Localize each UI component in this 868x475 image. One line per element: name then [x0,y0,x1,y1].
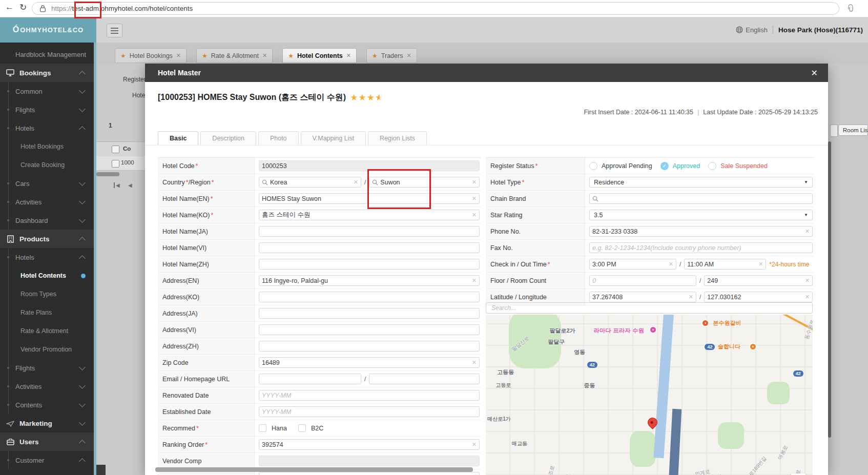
sidebar-item-room-types[interactable]: Room Types [0,285,94,303]
browser-refresh-icon[interactable]: ↻ [19,2,27,13]
address-bar[interactable]: https://test-adm.ohmyhotel.com/hotel/con… [32,2,839,15]
hotel-name-vi-input[interactable] [262,244,477,252]
form-horizontal-scrollbar[interactable] [155,467,473,472]
floor-room-count-input[interactable] [707,277,802,284]
horizontal-scrollbar[interactable] [96,172,119,176]
star-rating-select[interactable]: 3.5▼ [589,210,813,220]
modal-tab-v-mapping-list[interactable]: V.Mapping List [301,131,366,146]
address-ja-input[interactable] [262,310,477,317]
clear-icon[interactable]: ✕ [805,228,810,235]
address-vi-input[interactable] [262,326,477,334]
user-menu[interactable]: Hose Park (Hose)(116771) [778,26,863,34]
sidebar-item-hotels[interactable]: Hotels [0,248,94,266]
chain-brand-input[interactable] [601,195,810,202]
sidebar-item-activities[interactable]: Activities [0,377,94,396]
sidebar-item-hotels[interactable]: Hotels [0,119,94,137]
zip-code-input[interactable] [262,359,470,366]
hotel-type-select[interactable]: Residence▼ [589,177,813,188]
hotel-code-input[interactable] [262,162,477,170]
pagination-first-icon[interactable]: ◀ [114,182,120,188]
sidebar-item-marketing[interactable]: Marketing [0,414,94,432]
sidebar-item-rate-allotment[interactable]: Rate & Allotment [0,322,94,340]
tab-close-icon[interactable]: ✕ [176,52,181,59]
tab-close-icon[interactable]: ✕ [346,52,351,59]
menu-toggle-button[interactable] [107,24,122,37]
modal-tab-photo[interactable]: Photo [258,131,299,146]
address-en-input[interactable] [262,277,470,284]
map-search-input[interactable] [490,304,812,312]
latitude-longitude-input[interactable] [592,294,687,301]
modal-tab-region-lists[interactable]: Region Lists [368,131,427,146]
modal-vertical-scrollbar[interactable] [828,141,831,438]
clear-icon[interactable]: ✕ [472,359,477,366]
radio-sale-suspended[interactable] [708,162,716,170]
vendor-comp-input[interactable] [262,458,477,465]
hotel-name-en-input[interactable] [262,195,470,202]
hotel-name-ko-input[interactable] [262,212,470,219]
clear-icon[interactable]: ✕ [472,277,477,284]
clear-icon[interactable]: ✕ [472,212,477,218]
check-in-out-time-input[interactable] [687,261,756,268]
modal-tab-description[interactable]: Description [200,131,256,146]
clear-icon[interactable]: ✕ [354,179,358,185]
clear-icon[interactable]: ✕ [472,441,477,448]
clear-icon[interactable]: ✕ [689,294,693,300]
page-tab-rate-allotment[interactable]: ★Rate & Allotment✕ [196,48,273,63]
row-checkbox[interactable] [112,160,119,168]
browser-extension-icon[interactable] [846,4,855,12]
sidebar-item-common[interactable]: Common [0,82,94,100]
page-tab-hotel-contents[interactable]: ★Hotel Contents✕ [282,48,357,63]
sidebar-item-contents[interactable]: Contents [0,396,94,414]
hotel-name-ja-input[interactable] [262,228,477,235]
country-region-input[interactable] [380,179,469,186]
tab-close-icon[interactable]: ✕ [406,52,411,59]
clear-icon[interactable]: ✕ [758,261,763,267]
language-selector[interactable]: English [736,26,768,34]
sidebar-item-cars[interactable]: Cars [0,174,94,193]
clear-icon[interactable]: ✕ [472,195,477,202]
checkbox-b2c[interactable] [298,424,306,432]
page-tab-traders[interactable]: ★Traders✕ [366,48,417,63]
ranking-order-input[interactable] [262,441,470,448]
sidebar-item-activities[interactable]: Activities [0,193,94,211]
sidebar-item-vendor-promotion[interactable]: Vendor Promotion [0,340,94,359]
sidebar-item-hardblock-management[interactable]: Hardblock Management [0,45,94,64]
modal-tab-basic[interactable]: Basic [158,131,198,146]
select-all-checkbox[interactable] [112,146,119,153]
country-region-input[interactable] [270,179,352,186]
tab-close-icon[interactable]: ✕ [262,52,267,59]
clear-icon[interactable]: ✕ [472,179,477,185]
established-date-input[interactable] [262,408,477,416]
phone-no-input[interactable] [592,228,803,235]
background-button-sliver[interactable] [830,125,838,137]
address-ko-input[interactable] [262,294,477,301]
sidebar-item-dashboard[interactable]: Dashboard [0,211,94,230]
clear-icon[interactable]: ✕ [805,294,810,300]
map-search-box[interactable] [486,302,813,314]
modal-close-icon[interactable]: ✕ [811,68,818,78]
map-canvas[interactable]: 팔달로2가팔달구영동42중동고등동고등로라마다 프라자 수원본수원갈비술합니다4… [486,315,813,475]
sidebar-item-flights[interactable]: Flights [0,359,94,377]
radio-approved[interactable]: ✓ [660,162,669,170]
hotel-name-zh-input[interactable] [262,261,477,268]
email-homepage-url-input[interactable] [262,376,358,383]
sidebar-item-hotel-bookings[interactable]: Hotel Bookings [0,137,94,156]
check-in-out-time-input[interactable] [592,261,667,268]
sidebar-item-bookings[interactable]: Bookings [0,64,94,82]
clear-icon[interactable]: ✕ [669,261,673,267]
page-tab-hotel-bookings[interactable]: ★Hotel Bookings✕ [115,48,187,63]
address-zh-input[interactable] [262,343,477,350]
sidebar-item-create-booking[interactable]: Create Booking [0,156,94,174]
latitude-longitude-input[interactable] [707,294,802,301]
room-list-button[interactable]: Room Lis [838,125,868,136]
table-row[interactable]: 1000 [96,156,145,171]
sidebar-scrollbar[interactable] [94,43,96,475]
fax-no-input[interactable] [592,244,810,252]
email-homepage-url-input[interactable] [372,376,477,383]
pagination-prev-icon[interactable]: ◀ [128,182,132,188]
radio-approval-pending[interactable] [589,162,597,170]
sidebar-item-customer[interactable]: Customer [0,451,94,469]
sidebar-item-products[interactable]: Products [0,230,94,248]
floor-room-count-input[interactable] [592,277,693,284]
browser-back-icon[interactable]: ← [5,2,14,12]
